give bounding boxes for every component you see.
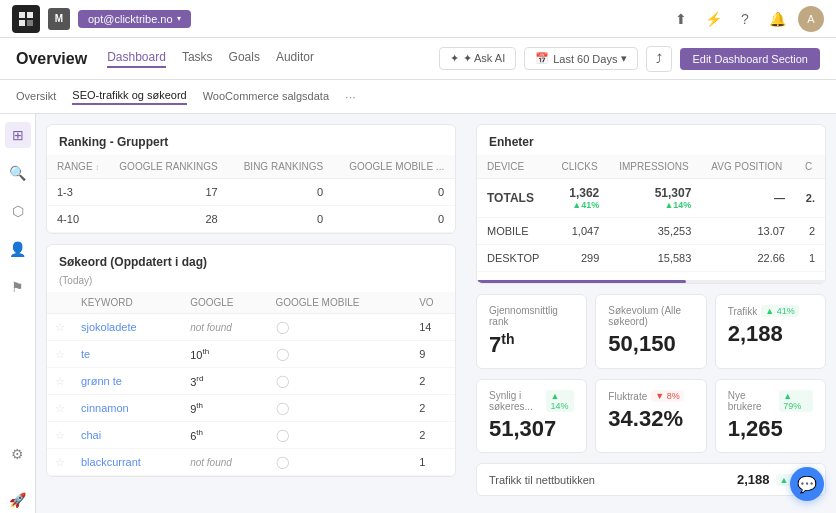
col-mobile: GOOGLE MOBILE ... (339, 155, 456, 179)
ask-ai-button[interactable]: ✦ ✦ Ask AI (439, 47, 517, 70)
topbar: M opt@clicktribe.no ▾ ⬆ ⚡ ? 🔔 A (0, 0, 836, 38)
tab-tasks[interactable]: Tasks (182, 50, 213, 68)
keyword-cell: te (73, 341, 182, 368)
table-row: ☆ blackcurrant not found ◯ 1 (47, 449, 455, 476)
svg-rect-0 (19, 12, 25, 18)
keyword-link[interactable]: sjokoladete (81, 321, 137, 333)
date-range-button[interactable]: 📅 Last 60 Days ▾ (524, 47, 638, 70)
star-cell[interactable]: ☆ (47, 422, 73, 449)
share-icon: ⤴ (656, 52, 662, 66)
bottom-stat-label: Trafikk til nettbutikken (489, 474, 595, 486)
col-google: GOOGLE RANKINGS (109, 155, 233, 179)
metric-badge: ▲ 14% (546, 390, 574, 412)
workspace-selector[interactable]: opt@clicktribe.no ▾ (78, 10, 191, 28)
metric-bounce: Fluktrate ▼ 8% 34.32% (595, 379, 706, 453)
metric-label: Gjennomsnittlig rank (489, 305, 574, 327)
keyword-cell: chai (73, 422, 182, 449)
sidebar-item-home[interactable]: ⊞ (5, 122, 31, 148)
calendar-icon: 📅 (535, 52, 549, 65)
mobile-rank-cell: ◯ (268, 341, 412, 368)
clicks-cell: 1,047 (551, 218, 609, 245)
impressions-cell: 15,583 (609, 245, 701, 272)
metric-badge: ▲ 79% (779, 390, 813, 412)
table-row: ☆ te 10th ◯ 9 (47, 341, 455, 368)
table-row: 4-10 28 0 0 (47, 206, 456, 233)
impressions-cell: 35,253 (609, 218, 701, 245)
keyword-link[interactable]: blackcurrant (81, 456, 141, 468)
tab-goals[interactable]: Goals (229, 50, 260, 68)
keyword-cell: blackcurrant (73, 449, 182, 476)
ranking-table: RANGE ↕ GOOGLE RANKINGS BING RANKINGS GO… (47, 155, 456, 233)
star-cell[interactable]: ☆ (47, 395, 73, 422)
share-button[interactable]: ⤴ (646, 46, 672, 72)
header-actions: ✦ ✦ Ask AI 📅 Last 60 Days ▾ ⤴ Edit Dashb… (439, 46, 820, 72)
app-logo (12, 5, 40, 33)
star-cell[interactable]: ☆ (47, 449, 73, 476)
metric-badge: ▼ 8% (651, 390, 683, 402)
keywords-table: KEYWORD GOOGLE GOOGLE MOBILE VO ☆ sjokol… (47, 292, 455, 476)
sidebar-item-search[interactable]: 🔍 (5, 160, 31, 186)
metric-search-vol: Søkevolum (Alle søkeord) 50,150 (595, 294, 706, 369)
left-panel: Ranking - Gruppert RANGE ↕ GOOGLE RANKIN… (36, 114, 466, 513)
star-cell[interactable]: ☆ (47, 341, 73, 368)
keyword-link[interactable]: te (81, 348, 90, 360)
star-cell[interactable]: ☆ (47, 314, 73, 341)
mobile-cell: 0 (339, 179, 456, 206)
left-sidebar: ⊞ 🔍 ⬡ 👤 ⚑ ⚙ 🚀 (0, 114, 36, 513)
sidebar-item-tag[interactable]: ⚑ (5, 274, 31, 300)
workspace-label: opt@clicktribe.no (88, 13, 173, 25)
tab-dashboard[interactable]: Dashboard (107, 50, 166, 68)
metric-traffic: Trafikk ▲ 41% 2,188 (715, 294, 826, 369)
vol-cell: 2 (411, 422, 455, 449)
col-clicks: CLICKS (551, 155, 609, 179)
lightning-icon[interactable]: ⚡ (702, 8, 724, 30)
keyword-link[interactable]: grønn te (81, 375, 122, 387)
metric-avg-rank: Gjennomsnittlig rank 7th (476, 294, 587, 369)
keywords-title: Søkeord (Oppdatert i dag) (47, 245, 455, 275)
google-rank-cell: 9th (182, 395, 267, 422)
metric-label: Trafikk ▲ 41% (728, 305, 813, 317)
bell-icon[interactable]: 🔔 (766, 8, 788, 30)
c-cell: 2. (795, 179, 825, 218)
more-tabs-icon[interactable]: ··· (345, 89, 356, 104)
keyword-link[interactable]: cinnamon (81, 402, 129, 414)
sec-tab-seo[interactable]: SEO-trafikk og søkeord (72, 89, 186, 105)
device-cell: MOBILE (477, 218, 551, 245)
sidebar-item-layers[interactable]: ⬡ (5, 198, 31, 224)
metric-value: 7th (489, 331, 574, 358)
sec-tab-oversikt[interactable]: Oversikt (16, 90, 56, 104)
page-title: Overview (16, 50, 87, 68)
tab-auditor[interactable]: Auditor (276, 50, 314, 68)
avg-pos-cell: 22.66 (701, 245, 795, 272)
date-range-label: Last 60 Days (553, 53, 617, 65)
col-google: GOOGLE (182, 292, 267, 314)
keyword-cell: sjokoladete (73, 314, 182, 341)
sidebar-item-rocket[interactable]: 🚀 (5, 487, 31, 513)
table-row-desktop: DESKTOP 299 15,583 22.66 1 (477, 245, 825, 272)
keywords-card: Søkeord (Oppdatert i dag) (Today) KEYWOR… (46, 244, 456, 477)
c-cell: 2 (795, 218, 825, 245)
main-nav: Dashboard Tasks Goals Auditor (107, 50, 314, 68)
sidebar-item-users[interactable]: 👤 (5, 236, 31, 262)
secondary-tabs: Oversikt SEO-trafikk og søkeord WooComme… (0, 80, 836, 114)
google-rank-cell: not found (182, 314, 267, 341)
table-row: ☆ cinnamon 9th ◯ 2 (47, 395, 455, 422)
keyword-link[interactable]: chai (81, 429, 101, 441)
bing-cell: 0 (234, 179, 339, 206)
brand-logo: M (48, 8, 70, 30)
mobile-rank-cell: ◯ (268, 422, 412, 449)
metric-badge: ▲ 41% (761, 305, 798, 317)
chat-bubble[interactable]: 💬 (790, 467, 824, 501)
question-icon[interactable]: ? (734, 8, 756, 30)
metric-value: 34.32% (608, 406, 693, 432)
devices-table: DEVICE CLICKS IMPRESSIONS AVG POSITION C… (477, 155, 825, 272)
star-cell[interactable]: ☆ (47, 368, 73, 395)
progress-bar (477, 280, 825, 283)
table-row: 1-3 17 0 0 (47, 179, 456, 206)
edit-dashboard-button[interactable]: Edit Dashboard Section (680, 48, 820, 70)
upload-icon[interactable]: ⬆ (670, 8, 692, 30)
avatar[interactable]: A (798, 6, 824, 32)
col-c: C (795, 155, 825, 179)
sec-tab-woo[interactable]: WooCommerce salgsdata (203, 90, 329, 104)
sidebar-item-settings[interactable]: ⚙ (5, 441, 31, 467)
